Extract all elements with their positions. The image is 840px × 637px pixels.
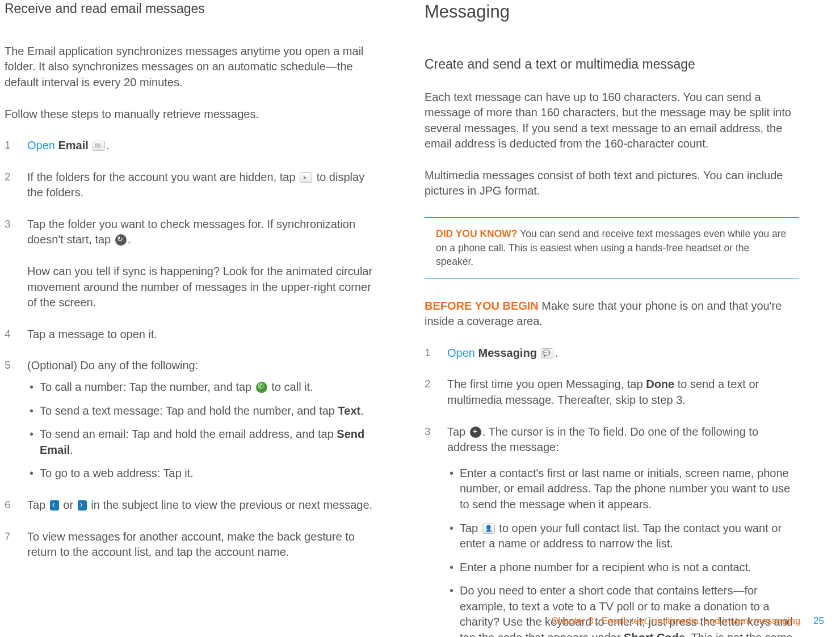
s5b2c: . xyxy=(360,404,364,417)
s5b1b: to call it. xyxy=(268,381,313,393)
step3-sub: How can you tell if sync is happening? L… xyxy=(27,264,379,311)
rs3-bullet-4: Do you need to enter a short code that c… xyxy=(447,583,799,637)
next-arrow-icon xyxy=(78,500,87,511)
messaging-subtitle: Create and send a text or multimedia mes… xyxy=(425,56,799,74)
step-2: If the folders for the account you want … xyxy=(5,170,379,201)
rstep1-dot: . xyxy=(555,347,558,359)
rstep-1: Open Messaging . xyxy=(425,345,799,361)
page-footer: Chapter 3 : Email, text, multimedia, and… xyxy=(551,615,824,627)
rs3b2b: to open your full contact list. Tap the … xyxy=(460,522,782,550)
s5b1a: To call a number: Tap the number, and ta… xyxy=(40,381,255,393)
rs3-bullet-3: Enter a phone number for a recipient who… xyxy=(447,560,799,576)
shortcode-label: Short Code xyxy=(624,631,685,637)
step5-text: (Optional) Do any of the following: xyxy=(27,359,198,372)
contacts-icon xyxy=(482,524,495,534)
step5-bullet-1: To call a number: Tap the number, and ta… xyxy=(27,379,379,395)
open-link[interactable]: Open xyxy=(27,139,55,151)
step1-dot: . xyxy=(106,139,110,151)
s5b2a: To send a text message: Tap and hold the… xyxy=(40,404,338,417)
left-title: Receive and read email messages xyxy=(5,0,379,18)
chapter-label: Chapter 3 : Email, text, multimedia, and… xyxy=(551,615,800,626)
step-6: Tap or in the subject line to view the p… xyxy=(5,497,379,513)
rs3b4a: Do you need to enter a short code that c… xyxy=(460,584,793,637)
messaging-icon xyxy=(541,348,553,358)
step5-bullet-3: To send an email: Tap and hold the email… xyxy=(27,427,379,458)
step5-bullet-2: To send a text message: Tap and hold the… xyxy=(27,403,379,419)
step5-bullets: To call a number: Tap the number, and ta… xyxy=(27,379,379,482)
step-5: (Optional) Do any of the following: To c… xyxy=(5,358,379,482)
app-name-email: Email xyxy=(58,139,89,151)
s5b3c: . xyxy=(70,444,73,456)
open-link-msg[interactable]: Open xyxy=(447,347,475,359)
left-steps: Open Email . If the folders for the acco… xyxy=(5,138,379,560)
s5b3a: To send an email: Tap and hold the email… xyxy=(40,428,337,440)
rs3-bullet-1: Enter a contact's first or last name or … xyxy=(447,466,799,513)
done-label: Done xyxy=(646,378,674,390)
left-column: Receive and read email messages The Emai… xyxy=(5,0,379,637)
step5-bullet-4: To go to a web address: Tap it. xyxy=(27,466,379,482)
rs3b2a: Tap xyxy=(460,522,481,534)
s6a: Tap xyxy=(27,499,49,511)
sync-icon xyxy=(115,234,127,246)
rs3b: . The cursor is in the To field. Do one … xyxy=(447,425,758,454)
before-label: BEFORE YOU BEGIN xyxy=(425,299,539,312)
rs2a: The first time you open Messaging, tap xyxy=(447,378,646,390)
rstep3-bullets: Enter a contact's first or last name or … xyxy=(447,466,799,637)
prev-arrow-icon xyxy=(50,500,59,511)
right-column: Messaging Create and send a text or mult… xyxy=(425,0,799,637)
step-4: Tap a message to open it. xyxy=(5,327,379,343)
messaging-title: Messaging xyxy=(425,0,799,24)
step-3: Tap the folder you want to check message… xyxy=(5,217,379,311)
rstep-3: Tap . The cursor is in the To field. Do … xyxy=(425,424,799,637)
step3-text-a: Tap the folder you want to check message… xyxy=(27,218,355,246)
step3-text-b: . xyxy=(128,233,131,246)
left-intro: The Email application synchronizes messa… xyxy=(5,44,379,91)
rstep-2: The first time you open Messaging, tap D… xyxy=(425,377,799,408)
tip-label: DID YOU KNOW? xyxy=(436,228,518,239)
right-p1: Each text message can have up to 160 cha… xyxy=(425,90,799,152)
s6c: in the subject line to view the previous… xyxy=(88,499,372,511)
email-icon xyxy=(93,141,105,151)
app-name-messaging: Messaging xyxy=(478,347,537,359)
call-icon xyxy=(256,382,267,393)
s6b: or xyxy=(60,499,77,511)
before-begin: BEFORE YOU BEGIN Make sure that your pho… xyxy=(425,298,799,330)
text-label: Text xyxy=(338,404,361,417)
right-p2: Multimedia messages consist of both text… xyxy=(425,168,799,199)
step-7: To view messages for another account, ma… xyxy=(5,529,379,560)
expand-icon xyxy=(300,172,312,183)
right-steps: Open Messaging . The first time you open… xyxy=(425,345,799,637)
step-1: Open Email . xyxy=(5,138,379,154)
step2-text-a: If the folders for the account you want … xyxy=(27,171,299,183)
tip-box: DID YOU KNOW? You can send and receive t… xyxy=(425,217,799,279)
page-number: 25 xyxy=(813,615,824,626)
left-leadin: Follow these steps to manually retrieve … xyxy=(5,107,379,123)
rs3a: Tap xyxy=(447,425,469,438)
rs3-bullet-2: Tap to open your full contact list. Tap … xyxy=(447,521,799,552)
compose-icon xyxy=(470,427,481,438)
